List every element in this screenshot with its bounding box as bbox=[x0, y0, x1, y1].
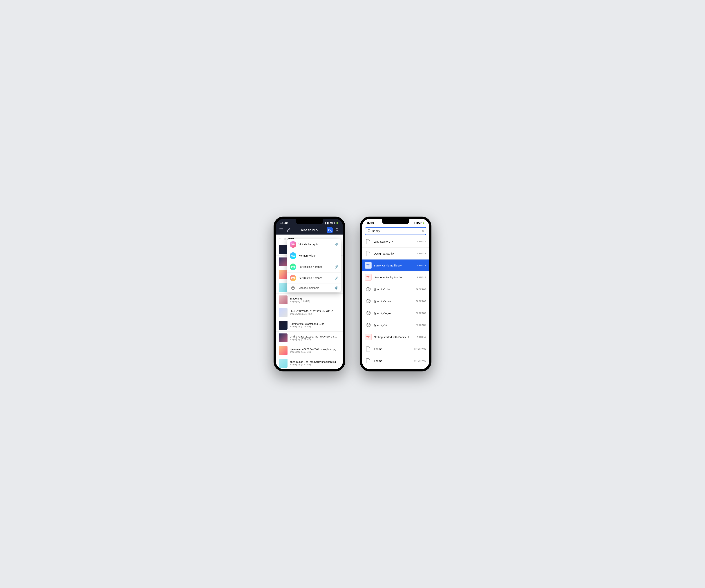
image-thumb bbox=[279, 270, 287, 279]
figma-thumb: SanityUI bbox=[365, 262, 372, 269]
result-badge: ARTICLE bbox=[417, 336, 426, 338]
result-badge: ARTICLE bbox=[417, 252, 426, 254]
image-thumb bbox=[279, 321, 287, 330]
notch bbox=[295, 219, 323, 224]
box-icon bbox=[365, 286, 372, 293]
svg-point-9 bbox=[292, 287, 293, 288]
result-item-design-at-sanity[interactable]: Design at Sanity ARTICLE bbox=[362, 248, 429, 259]
member-item[interactable]: VB Victoria Bergquist 🔗 bbox=[287, 239, 341, 250]
result-badge: ARTICLE bbox=[417, 264, 426, 266]
list-item[interactable]: tijs-van-leur-GlE2ZwaTWkc-unsplash.jpg i… bbox=[276, 344, 343, 357]
image-thumb bbox=[279, 283, 287, 292]
list-item[interactable]: G-The_Gate_2012-a_jpg_700x450_q8.... ima… bbox=[276, 332, 343, 344]
result-badge: INTERFACE bbox=[414, 348, 426, 350]
result-item-sanity-color[interactable]: @sanity/color PACKAGE bbox=[362, 283, 429, 295]
svg-point-7 bbox=[291, 286, 295, 290]
avatar: PN bbox=[290, 263, 296, 270]
result-label: Theme bbox=[374, 347, 412, 350]
image-meta: image/jpeg (0.03 MB) bbox=[290, 326, 340, 328]
result-label: @sanity/logos bbox=[374, 311, 414, 315]
phones-container: 15:40 ▐▐▐ WiFi 🔋 bbox=[274, 216, 431, 372]
edit-icon[interactable] bbox=[286, 228, 291, 233]
image-thumb bbox=[279, 245, 287, 254]
result-badge: PACKAGE bbox=[416, 300, 426, 302]
list-item[interactable]: photo-1527004013197-933c4bb611b3.... ima… bbox=[276, 306, 343, 319]
doc-icon bbox=[365, 357, 372, 364]
sanity-thumb: SanityUI bbox=[365, 274, 372, 281]
doc-icon bbox=[365, 346, 372, 352]
image-name: G-The_Gate_2012-a_jpg_700x450_q8.... bbox=[290, 335, 340, 338]
right-phone: 15:40 ▐▐▐ WiFi 🔋 sanity × bbox=[360, 216, 431, 372]
result-item-getting-started[interactable]: SanityUI Getting started with Sanity UI … bbox=[362, 331, 429, 343]
result-label: Sanity UI Figma library bbox=[374, 264, 415, 267]
time-right: 15:40 bbox=[367, 221, 374, 225]
result-label: @sanity/icons bbox=[374, 300, 414, 303]
result-item-sanity-logos[interactable]: @sanity/logos PACKAGE bbox=[362, 307, 429, 319]
result-label: Usage in Sanity Studio bbox=[374, 276, 415, 279]
result-item-why-sanity-ui[interactable]: Why Sanity UI? ARTICLE bbox=[362, 236, 429, 248]
search-input[interactable]: sanity bbox=[372, 230, 421, 233]
clear-button[interactable]: × bbox=[422, 230, 424, 233]
image-name: photo-1527004013197-933c4bb611b3.... bbox=[290, 310, 340, 313]
list-item[interactable]: Hammerstiel-WasteLand-2.jpg image/jpeg (… bbox=[276, 319, 343, 332]
svg-line-6 bbox=[338, 230, 339, 232]
result-item-theme-1[interactable]: Theme INTERFACE bbox=[362, 343, 429, 355]
time-left: 15:40 bbox=[280, 221, 288, 225]
member-name: Victoria Bergquist bbox=[298, 243, 332, 246]
member-item[interactable]: PN Per-Kristian Nordnes 🔗 bbox=[287, 261, 341, 273]
result-badge: ARTICLE bbox=[417, 276, 426, 279]
left-phone: 15:40 ▐▐▐ WiFi 🔋 bbox=[274, 216, 345, 372]
list-item[interactable]: image.png image/png (2.03 MB) bbox=[276, 294, 343, 306]
result-item-usage-sanity-studio[interactable]: SanityUI Usage in Sanity Studio ARTICLE bbox=[362, 272, 429, 283]
result-label: @sanity/color bbox=[374, 288, 414, 291]
image-name: tijs-van-leur-GlE2ZwaTWkc-unsplash.jpg bbox=[290, 348, 340, 351]
result-item-sanity-icons[interactable]: @sanity/icons PACKAGE bbox=[362, 295, 429, 307]
svg-line-11 bbox=[370, 231, 371, 232]
result-badge: INTERFACE bbox=[414, 360, 426, 362]
settings-icon: ⚙️ bbox=[334, 286, 338, 290]
image-meta: image/webp (0.23 MB) bbox=[290, 313, 340, 315]
image-thumb bbox=[279, 346, 287, 355]
image-name: image.png bbox=[290, 297, 340, 300]
box-icon bbox=[365, 298, 372, 304]
sanity-thumb: SanityUI bbox=[365, 334, 372, 340]
users-icon[interactable] bbox=[327, 227, 333, 233]
box-icon bbox=[365, 310, 372, 316]
image-thumb bbox=[279, 308, 287, 317]
image-name: Hammerstiel-WasteLand-2.jpg bbox=[290, 323, 340, 326]
result-label: Design at Sanity bbox=[374, 252, 415, 255]
manage-members-label: Manage members bbox=[298, 287, 332, 289]
search-bar[interactable]: sanity × bbox=[365, 227, 426, 235]
image-name: anna-hunko-7pa_q9LCzuw-unsplash.jpg bbox=[290, 360, 340, 363]
result-label: Theme bbox=[374, 359, 412, 362]
image-thumb bbox=[279, 334, 287, 342]
avatar: VB bbox=[290, 241, 296, 248]
result-item-theme-2[interactable]: Theme INTERFACE bbox=[362, 355, 429, 367]
image-meta: image/jpeg (4.59 MB) bbox=[290, 363, 340, 366]
link-icon: 🔗 bbox=[334, 243, 338, 246]
avatar: HW bbox=[290, 252, 296, 259]
result-badge: ARTICLE bbox=[417, 240, 426, 243]
result-badge: PACKAGE bbox=[416, 324, 426, 326]
nav-title: Test studio bbox=[293, 228, 325, 232]
member-item[interactable]: HW Herman Wikner bbox=[287, 250, 341, 261]
result-label: Getting started with Sanity UI bbox=[374, 336, 415, 339]
result-item-sanity-ui[interactable]: @sanity/ui PACKAGE bbox=[362, 319, 429, 331]
svg-point-3 bbox=[329, 229, 330, 230]
manage-members-item[interactable]: Manage members ⚙️ bbox=[287, 284, 341, 292]
result-badge: PACKAGE bbox=[416, 288, 426, 290]
list-item[interactable]: anna-hunko-7pa_q9LCzuw-unsplash.jpg imag… bbox=[276, 357, 343, 369]
member-item[interactable]: PN Per-Kristian Nordnes 🔗 bbox=[287, 273, 341, 284]
result-badge: PACKAGE bbox=[416, 312, 426, 314]
doc-icon bbox=[365, 250, 372, 257]
back-arrow[interactable]: ← bbox=[279, 237, 282, 241]
image-meta: image/jpeg (0.07 MB) bbox=[290, 338, 340, 341]
result-item-sanity-ui-figma[interactable]: SanityUI Sanity UI Figma library ARTICLE bbox=[362, 259, 429, 272]
link-icon: 🔗 bbox=[334, 277, 338, 280]
member-name: Per-Kristian Nordnes bbox=[298, 265, 332, 268]
members-dropdown: VB Victoria Bergquist 🔗 HW Herman Wikner… bbox=[287, 239, 341, 292]
menu-icon[interactable] bbox=[279, 228, 284, 233]
search-icon-nav[interactable] bbox=[335, 228, 340, 233]
svg-point-8 bbox=[293, 287, 294, 288]
link-icon: 🔗 bbox=[334, 265, 338, 269]
